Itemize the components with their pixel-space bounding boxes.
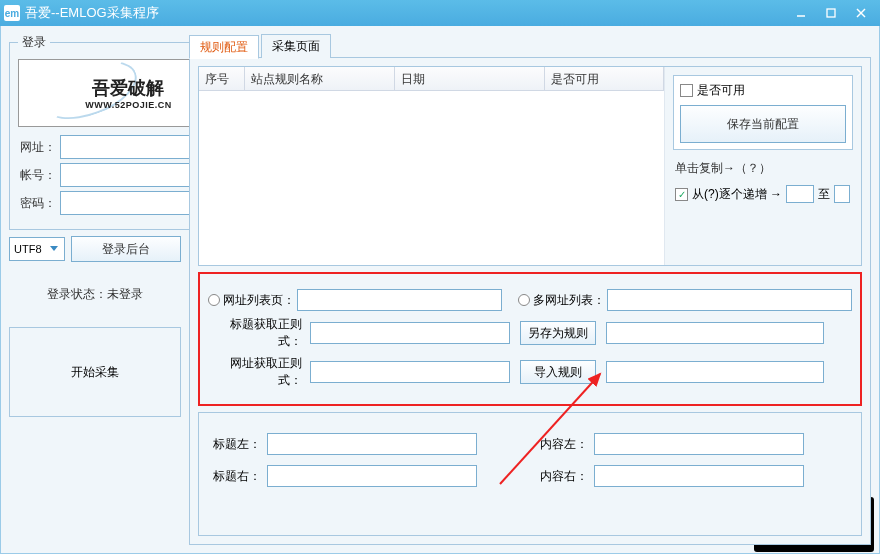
title-regex-label: 标题获取正则式： xyxy=(208,316,308,350)
user-label: 帐号： xyxy=(18,167,60,184)
login-legend: 登录 xyxy=(18,34,50,51)
window-title: 吾爱--EMLOG采集程序 xyxy=(25,4,786,22)
minimize-button[interactable] xyxy=(786,3,816,23)
tab-body: 序号 站点规则名称 日期 是否可用 是否可用 保存当前配置 xyxy=(189,57,871,545)
multi-url-input[interactable] xyxy=(607,289,852,311)
url-list-label: 网址列表页： xyxy=(223,292,295,309)
increment-from-input[interactable] xyxy=(786,185,814,203)
url-list-input[interactable] xyxy=(297,289,502,311)
svg-rect-1 xyxy=(827,9,835,17)
table-header: 序号 站点规则名称 日期 是否可用 xyxy=(199,67,664,91)
col-date[interactable]: 日期 xyxy=(395,67,545,90)
content-right-input[interactable] xyxy=(594,465,804,487)
col-index[interactable]: 序号 xyxy=(199,67,245,90)
tab-rule-config[interactable]: 规则配置 xyxy=(189,35,259,59)
logo-main-text: 吾爱破解 xyxy=(85,76,172,100)
tab-collect-page[interactable]: 采集页面 xyxy=(261,34,331,58)
sidebar: 登录 吾爱破解 WWW.52POJIE.CN 网址： 帐号： 密码： xyxy=(9,34,181,545)
content-left-label: 内容左： xyxy=(534,436,594,453)
svg-marker-4 xyxy=(50,246,58,251)
enable-checkbox[interactable] xyxy=(680,84,693,97)
maximize-button[interactable] xyxy=(816,3,846,23)
encoding-combo[interactable]: UTF8 xyxy=(9,237,65,261)
url-regex-extra-input[interactable] xyxy=(606,361,824,383)
url-list-radio[interactable] xyxy=(208,294,220,306)
col-enabled[interactable]: 是否可用 xyxy=(545,67,664,90)
logo-url-text: WWW.52POJIE.CN xyxy=(85,100,172,110)
content: 规则配置 采集页面 序号 站点规则名称 日期 是否可用 xyxy=(189,34,871,545)
title-left-label: 标题左： xyxy=(207,436,267,453)
content-right-label: 内容右： xyxy=(534,468,594,485)
multi-url-label: 多网址列表： xyxy=(533,292,605,309)
title-right-input[interactable] xyxy=(267,465,477,487)
title-regex-extra-input[interactable] xyxy=(606,322,824,344)
chevron-down-icon xyxy=(48,242,62,257)
top-panel: 序号 站点规则名称 日期 是否可用 是否可用 保存当前配置 xyxy=(198,66,862,266)
window-controls xyxy=(786,3,876,23)
multi-url-radio[interactable] xyxy=(518,294,530,306)
title-left-input[interactable] xyxy=(267,433,477,455)
start-collect-block: 开始采集 xyxy=(9,327,181,417)
config-panel: 是否可用 保存当前配置 单击复制→（？） 从(?)逐个递增 → 至 xyxy=(665,67,861,265)
close-button[interactable] xyxy=(846,3,876,23)
content-left-input[interactable] xyxy=(594,433,804,455)
login-button[interactable]: 登录后台 xyxy=(71,236,181,262)
start-collect-button[interactable]: 开始采集 xyxy=(71,364,119,381)
save-config-button[interactable]: 保存当前配置 xyxy=(680,105,846,143)
encoding-text: UTF8 xyxy=(14,243,48,255)
tab-bar: 规则配置 采集页面 xyxy=(189,34,871,58)
app-icon: em xyxy=(4,5,20,21)
increment-row: 从(?)逐个递增 → 至 xyxy=(673,183,853,205)
main-area: 登录 吾爱破解 WWW.52POJIE.CN 网址： 帐号： 密码： xyxy=(0,26,880,554)
to-label: 至 xyxy=(818,186,830,203)
col-rule-name[interactable]: 站点规则名称 xyxy=(245,67,395,90)
title-right-label: 标题右： xyxy=(207,468,267,485)
increment-checkbox[interactable] xyxy=(675,188,688,201)
table-body[interactable] xyxy=(199,91,664,265)
login-row: UTF8 登录后台 xyxy=(9,236,181,262)
copy-hint: 单击复制→（？） xyxy=(673,150,853,183)
regex-panel: 网址列表页： 多网址列表： 标题获取正则式： 另存为规则 xyxy=(198,272,862,406)
config-top: 是否可用 保存当前配置 xyxy=(673,75,853,150)
save-as-rule-button[interactable]: 另存为规则 xyxy=(520,321,596,345)
increment-label: 从(?)逐个递增 → xyxy=(692,186,782,203)
url-regex-label: 网址获取正则式： xyxy=(208,355,308,389)
pass-label: 密码： xyxy=(18,195,60,212)
url-regex-input[interactable] xyxy=(310,361,510,383)
rule-table: 序号 站点规则名称 日期 是否可用 xyxy=(199,67,665,265)
import-rule-button[interactable]: 导入规则 xyxy=(520,360,596,384)
enable-label: 是否可用 xyxy=(697,82,745,99)
url-label: 网址： xyxy=(18,139,60,156)
bottom-panel: 标题左： 内容左： 标题右： 内容右： xyxy=(198,412,862,536)
login-status: 登录状态：未登录 xyxy=(9,268,181,321)
increment-to-input[interactable] xyxy=(834,185,850,203)
title-regex-input[interactable] xyxy=(310,322,510,344)
titlebar: em 吾爱--EMLOG采集程序 xyxy=(0,0,880,26)
